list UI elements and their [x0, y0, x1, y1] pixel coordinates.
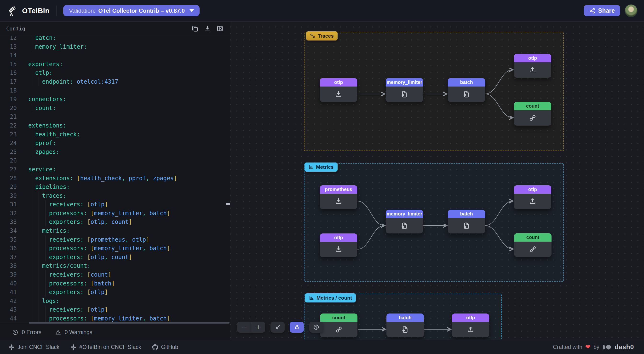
warnings-count: 0 Warnings: [65, 329, 92, 335]
code-line: 26: [0, 156, 230, 165]
warning-triangle-icon: [55, 329, 61, 335]
file-cog-icon: [463, 90, 470, 98]
line-number: 22: [0, 121, 17, 130]
node-label: otlp: [514, 54, 551, 62]
line-number: 29: [0, 183, 17, 191]
lock-button[interactable]: [290, 322, 304, 333]
validation-dropdown[interactable]: Validation: OTel Collector Contrib – v0.…: [63, 5, 200, 16]
node-batch[interactable]: batch: [386, 313, 424, 337]
node-body: [320, 322, 358, 337]
node-body: [452, 322, 489, 337]
node-body: [448, 87, 485, 102]
file-cog-icon: [401, 326, 409, 333]
node-count[interactable]: count: [514, 233, 552, 257]
node-label: batch: [448, 210, 485, 218]
footer-link[interactable]: Join CNCF Slack: [8, 344, 60, 350]
code-line: 34metrics:: [0, 226, 230, 235]
line-number: 40: [0, 279, 17, 288]
node-otlp[interactable]: otlp: [514, 54, 551, 78]
line-number: 15: [0, 60, 17, 69]
node-memory_limiter[interactable]: memory_limiter: [386, 210, 423, 233]
node-body: [320, 194, 357, 209]
share-button[interactable]: Share: [584, 5, 620, 16]
node-otlp[interactable]: otlp: [320, 233, 357, 257]
line-number: 43: [0, 305, 17, 314]
code-line: 33exporters: [otlp, count]: [0, 218, 230, 226]
yaml-editor[interactable]: 12batch:13memory_limiter:1415exporters:1…: [0, 36, 230, 324]
github-icon: [152, 344, 158, 350]
node-count[interactable]: count: [514, 102, 551, 126]
chart-icon: [309, 295, 314, 300]
node-otlp[interactable]: otlp: [320, 78, 357, 102]
code-text: service:: [28, 165, 56, 174]
line-number: 25: [0, 148, 17, 157]
footer-link-label: GitHub: [161, 344, 178, 350]
heart-icon: ❤: [585, 344, 591, 350]
collapse-panel-button[interactable]: [216, 25, 224, 32]
brand: OTelBin: [0, 5, 50, 16]
code-text: extensions:: [28, 121, 66, 130]
zoom-in-button[interactable]: +: [251, 322, 265, 333]
code-line: 36processors: [memory_limiter, batch]: [0, 244, 230, 253]
code-line: 14: [0, 51, 230, 60]
download-config-button[interactable]: [204, 25, 211, 32]
question-circle-icon: [313, 324, 319, 330]
code-text: processors: [batch]: [28, 279, 115, 288]
code-line: 16otlp:: [0, 69, 230, 77]
download-icon: [335, 246, 342, 253]
code-line: 32processors: [memory_limiter, batch]: [0, 209, 230, 218]
code-line: 43receivers: [otlp]: [0, 305, 230, 314]
node-label: prometheus: [320, 185, 357, 194]
line-number: 13: [0, 43, 17, 51]
errors-status[interactable]: 0 Errors: [12, 329, 42, 335]
code-text: traces:: [28, 191, 66, 200]
node-label: memory_limiter: [386, 210, 423, 218]
help-button[interactable]: [309, 322, 323, 333]
config-panel: Config 12batch:13memory_limiter:1415expo…: [0, 21, 230, 340]
code-line: 38metrics/count:: [0, 261, 230, 270]
line-number: 14: [0, 51, 17, 60]
node-count[interactable]: count: [320, 313, 358, 337]
code-line: 18: [0, 86, 230, 95]
code-text: pprof:: [28, 139, 56, 148]
node-label: count: [514, 233, 552, 242]
avatar[interactable]: [625, 5, 637, 17]
line-number: 17: [0, 77, 17, 86]
node-batch[interactable]: batch: [448, 210, 485, 233]
dash0-logo-icon: [602, 344, 612, 350]
code-line: 22extensions:: [0, 121, 230, 130]
zoom-out-button[interactable]: −: [237, 322, 251, 333]
route-icon: [310, 33, 315, 39]
line-number: 32: [0, 209, 17, 218]
node-label: otlp: [320, 233, 357, 242]
node-prometheus[interactable]: prometheus: [320, 185, 357, 209]
minus-icon: −: [242, 323, 246, 331]
horizontal-scrollbar[interactable]: [29, 322, 230, 323]
vertical-scrollbar[interactable]: [226, 203, 230, 205]
node-otlp[interactable]: otlp: [452, 313, 489, 337]
dash0-brand-text: dash0: [614, 343, 634, 351]
line-number: 19: [0, 95, 17, 104]
pipeline-badge-metrics: Metrics: [304, 163, 338, 172]
pipeline-graph-canvas[interactable]: − + TracesMetricsMetrics / countotlpmemo…: [230, 21, 644, 340]
warnings-status[interactable]: 0 Warnings: [55, 329, 92, 335]
line-number: 35: [0, 235, 17, 244]
code-line: 12batch:: [0, 36, 230, 43]
footer-link[interactable]: GitHub: [152, 344, 178, 350]
node-otlp[interactable]: otlp: [514, 185, 551, 209]
copy-config-button[interactable]: [191, 25, 199, 32]
node-batch[interactable]: batch: [448, 78, 485, 102]
lock-icon: [294, 324, 300, 330]
node-label: batch: [448, 78, 485, 87]
share-icon: [589, 8, 595, 14]
code-text: endpoint: otelcol:4317: [28, 77, 118, 86]
line-number: 28: [0, 174, 17, 183]
crafted-by: Crafted with ❤ by dash0: [553, 343, 636, 351]
pipeline-edges: [230, 21, 644, 340]
fit-view-button[interactable]: [270, 322, 284, 333]
node-memory_limiter[interactable]: memory_limiter: [386, 78, 423, 102]
code-text: processors: [memory_limiter, batch]: [28, 209, 170, 218]
line-number: 44: [0, 314, 17, 323]
code-text: pipelines:: [28, 183, 70, 191]
footer-link[interactable]: #OTelBin on CNCF Slack: [70, 344, 141, 350]
